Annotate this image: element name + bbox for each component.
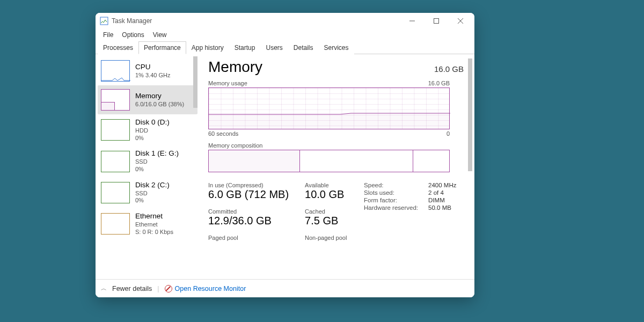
sidebar-disk0-pct: 0%	[135, 135, 170, 142]
sidebar-item-cpu[interactable]: CPU 1% 3.40 GHz	[98, 56, 197, 85]
menu-options[interactable]: Options	[118, 30, 148, 40]
menu-file[interactable]: File	[99, 30, 118, 40]
tab-performance[interactable]: Performance	[138, 41, 186, 54]
app-icon	[100, 17, 108, 25]
sidebar-item-ethernet[interactable]: Ethernet Ethernet S: 0 R: 0 Kbps	[98, 208, 197, 239]
perf-sidebar: CPU 1% 3.40 GHz Memory 6.0/16.0 GB (38%)…	[96, 54, 197, 279]
sidebar-cpu-title: CPU	[135, 63, 170, 72]
sidebar-disk2-title: Disk 2 (C:)	[135, 181, 170, 190]
sidebar-item-disk0[interactable]: Disk 0 (D:) HDD 0%	[98, 114, 197, 145]
sidebar-disk2-pct: 0%	[135, 197, 170, 204]
content-area: CPU 1% 3.40 GHz Memory 6.0/16.0 GB (38%)…	[96, 54, 474, 279]
menu-view[interactable]: View	[149, 30, 171, 40]
tab-users[interactable]: Users	[260, 41, 288, 54]
fewer-details-link[interactable]: Fewer details	[112, 285, 152, 292]
sidebar-memory-sub: 6.0/16.0 GB (38%)	[135, 101, 184, 108]
comp-seg-free	[413, 150, 449, 172]
memory-thumb-icon	[101, 89, 130, 111]
ethernet-thumb-icon	[101, 213, 130, 235]
tab-bar: Processes Performance App history Startu…	[96, 41, 474, 54]
usage-max: 16.0 GB	[428, 80, 450, 86]
comp-seg-standby	[300, 150, 413, 172]
chevron-up-icon[interactable]: ︿	[101, 284, 107, 292]
comp-seg-inuse	[209, 150, 300, 172]
sidebar-eth-title: Ethernet	[135, 212, 173, 221]
sidebar-disk0-title: Disk 0 (D:)	[135, 118, 170, 127]
slots-val: 2 of 4	[428, 189, 444, 196]
slots-key: Slots used:	[364, 189, 428, 196]
page-title: Memory	[208, 58, 262, 76]
tab-startup[interactable]: Startup	[229, 41, 261, 54]
committed-label: Committed	[208, 208, 289, 215]
paged-label: Paged pool	[208, 235, 289, 241]
form-val: DIMM	[428, 197, 445, 203]
sidebar-item-memory[interactable]: Memory 6.0/16.0 GB (38%)	[98, 85, 197, 114]
close-button[interactable]	[448, 13, 472, 29]
sidebar-item-disk2[interactable]: Disk 2 (C:) SSD 0%	[98, 177, 197, 208]
task-manager-window: Task Manager File Options View Processes…	[96, 13, 474, 297]
menubar: File Options View	[96, 29, 474, 41]
in-use-value: 6.0 GB (712 MB)	[208, 188, 289, 201]
sidebar-cpu-sub: 1% 3.40 GHz	[135, 72, 170, 79]
form-key: Form factor:	[364, 197, 428, 203]
tab-app-history[interactable]: App history	[186, 41, 229, 54]
axis-left: 60 seconds	[208, 130, 238, 137]
memory-stats: In use (Compressed) 6.0 GB (712 MB) Comm…	[208, 182, 464, 241]
sidebar-disk1-pct: 0%	[135, 166, 179, 173]
footer: ︿ Fewer details | Open Resource Monitor	[96, 279, 474, 297]
available-value: 10.0 GB	[305, 188, 348, 201]
disk-thumb-icon	[101, 119, 130, 141]
resource-monitor-label: Open Resource Monitor	[175, 285, 246, 292]
sidebar-eth-rate: S: 0 R: 0 Kbps	[135, 229, 173, 236]
titlebar: Task Manager	[96, 13, 474, 29]
available-label: Available	[305, 182, 348, 188]
main-panel: Memory 16.0 GB Memory usage 16.0 GB 60 s…	[197, 54, 474, 279]
open-resource-monitor-link[interactable]: Open Resource Monitor	[165, 285, 246, 292]
memory-specs: Speed:2400 MHz Slots used:2 of 4 Form fa…	[364, 182, 456, 241]
maximize-button[interactable]	[424, 13, 448, 29]
svg-rect-0	[100, 17, 108, 25]
disk-thumb-icon	[101, 151, 130, 172]
speed-val: 2400 MHz	[428, 182, 456, 188]
sidebar-disk0-sub: HDD	[135, 127, 170, 135]
cpu-thumb-icon	[101, 60, 130, 82]
sidebar-disk1-sub: SSD	[135, 158, 179, 166]
sidebar-item-disk1[interactable]: Disk 1 (E: G:) SSD 0%	[98, 145, 197, 177]
sidebar-eth-sub: Ethernet	[135, 221, 173, 229]
hw-val: 50.0 MB	[428, 204, 451, 211]
window-title: Task Manager	[112, 17, 152, 25]
committed-value: 12.9/36.0 GB	[208, 215, 289, 227]
usage-label: Memory usage	[208, 80, 247, 86]
speed-key: Speed:	[364, 182, 428, 188]
sidebar-disk1-title: Disk 1 (E: G:)	[135, 149, 179, 158]
hw-key: Hardware reserved:	[364, 204, 428, 211]
in-use-label: In use (Compressed)	[208, 182, 289, 188]
svg-marker-5	[209, 113, 450, 130]
sidebar-disk2-sub: SSD	[135, 190, 170, 197]
window-controls	[400, 13, 472, 29]
cached-value: 7.5 GB	[305, 215, 348, 227]
minimize-button[interactable]	[400, 13, 424, 29]
disk-thumb-icon	[101, 182, 130, 203]
axis-right: 0	[447, 130, 450, 137]
separator: |	[157, 285, 159, 292]
nonpaged-label: Non-paged pool	[305, 235, 348, 241]
composition-label: Memory composition	[208, 142, 464, 149]
tab-details[interactable]: Details	[288, 41, 319, 54]
memory-usage-graph	[208, 87, 450, 129]
sidebar-memory-title: Memory	[135, 92, 184, 101]
cached-label: Cached	[305, 208, 348, 215]
tab-processes[interactable]: Processes	[98, 41, 138, 54]
main-scrollbar[interactable]	[468, 58, 472, 171]
memory-composition-bar	[208, 150, 450, 172]
sidebar-scrollbar[interactable]	[193, 56, 197, 108]
total-memory: 16.0 GB	[434, 64, 464, 74]
tab-services[interactable]: Services	[319, 41, 354, 54]
resource-monitor-icon	[165, 285, 172, 292]
svg-rect-2	[434, 19, 438, 24]
